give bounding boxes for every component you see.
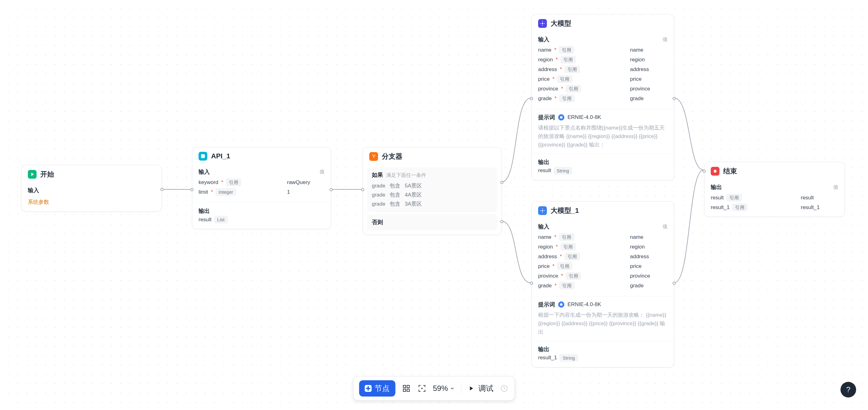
if-label: 如果: [372, 171, 383, 179]
param-row: province *引用province: [538, 271, 668, 281]
add-node-button[interactable]: 节点: [359, 380, 395, 397]
param-row: result_1引用result_1: [711, 203, 838, 212]
node-llm-2[interactable]: 大模型_1 输入 值 name *引用nameregion *引用regiona…: [532, 201, 674, 368]
debug-label: 调试: [478, 383, 493, 393]
section-value-label: 值: [282, 169, 324, 175]
svg-rect-0: [201, 154, 205, 158]
section-output-label: 输出: [198, 207, 324, 215]
port-in[interactable]: [703, 170, 706, 173]
zoom-value: 59%: [433, 384, 448, 393]
cond-val: 5A景区: [405, 182, 422, 189]
cond-val: 3A景区: [405, 200, 422, 207]
port-out[interactable]: [673, 282, 676, 285]
param-value: province: [630, 273, 668, 279]
port-out[interactable]: [673, 97, 676, 100]
debug-button[interactable]: 调试: [468, 383, 493, 393]
required-mark: *: [554, 47, 557, 53]
condition-row: grade包含4A景区: [372, 190, 493, 199]
section-input-label: 输入: [538, 223, 549, 230]
port-in[interactable]: [530, 97, 533, 100]
required-mark: *: [556, 57, 558, 63]
param-row: region *引用region: [538, 55, 668, 64]
port-in[interactable]: [530, 282, 533, 285]
node-api[interactable]: API_1 输入 值 keyword *引用rawQuerylimit *Int…: [192, 147, 331, 229]
system-param-link[interactable]: 系统参数: [22, 199, 162, 211]
param-name: limit: [198, 189, 208, 195]
api-icon: [198, 152, 207, 160]
param-name: price: [538, 263, 550, 269]
param-value: result_1: [801, 204, 838, 211]
fit-view-icon[interactable]: [417, 384, 427, 393]
port-out-else[interactable]: [500, 220, 503, 223]
section-input-label: 输入: [538, 36, 549, 43]
svg-rect-5: [407, 385, 410, 388]
required-mark: *: [221, 179, 223, 185]
param-type-tag: 引用: [564, 65, 580, 73]
param-name: province: [538, 86, 558, 92]
layout-grid-icon[interactable]: [401, 384, 411, 393]
node-end[interactable]: 结束 输出 值 result引用resultresult_1引用result_1: [704, 162, 845, 217]
param-row: name *引用name: [538, 232, 668, 242]
param-value: province: [630, 86, 668, 92]
cond-op: 包含: [390, 200, 400, 207]
if-condition-box: 如果 满足下面任一条件 grade包含5A景区grade包含4A景区grade包…: [367, 168, 497, 212]
history-icon[interactable]: [500, 384, 509, 393]
svg-point-8: [422, 388, 422, 389]
param-value: grade: [630, 283, 668, 289]
port-out[interactable]: [160, 188, 163, 191]
param-row: price *引用price: [538, 261, 668, 271]
param-type-tag: 引用: [559, 233, 575, 241]
param-row: grade *引用grade: [538, 281, 668, 290]
bottom-toolbar: 节点 59% 调试: [353, 376, 515, 401]
param-type-tag: 引用: [559, 46, 575, 54]
param-name: result: [198, 216, 212, 223]
llm-icon: [538, 206, 547, 215]
node-title: 分支器: [382, 152, 402, 161]
param-type-tag: 引用: [557, 75, 572, 83]
param-name: province: [538, 273, 558, 279]
param-name: name: [538, 47, 552, 53]
svg-rect-6: [403, 389, 406, 391]
node-title: 大模型: [551, 19, 571, 28]
param-name: region: [538, 57, 553, 63]
param-value: address: [630, 66, 668, 72]
required-mark: *: [554, 95, 557, 102]
play-icon: [468, 385, 475, 392]
param-row: limit *Integer1: [198, 187, 324, 197]
llm-icon: [538, 19, 547, 28]
required-mark: *: [560, 254, 562, 260]
node-llm-1[interactable]: 大模型 输入 值 name *引用nameregion *引用regionadd…: [532, 14, 674, 180]
model-icon: [558, 114, 564, 120]
svg-rect-7: [407, 389, 410, 391]
param-type-tag: 引用: [726, 194, 742, 202]
node-start[interactable]: 开始 输入 系统参数: [21, 165, 162, 211]
section-value-label: 值: [625, 224, 668, 230]
zoom-dropdown[interactable]: 59%: [433, 384, 455, 393]
param-value: name: [630, 234, 668, 240]
if-sub-label: 满足下面任一条件: [386, 172, 426, 179]
section-value-label: 值: [796, 184, 838, 191]
node-title: API_1: [211, 152, 230, 160]
section-output-label: 输出: [538, 158, 668, 166]
param-type-tag: 引用: [566, 85, 581, 93]
port-in[interactable]: [190, 188, 193, 191]
port-in[interactable]: [361, 188, 364, 191]
param-type-tag: 引用: [226, 178, 241, 186]
param-name: name: [538, 234, 552, 240]
required-mark: *: [554, 283, 557, 289]
cond-val: 4A景区: [405, 191, 422, 199]
chevron-down-icon: [450, 386, 455, 391]
help-button[interactable]: ?: [840, 382, 856, 398]
param-name: keyword: [198, 179, 218, 185]
section-input-label: 输入: [28, 186, 155, 194]
param-value: name: [630, 47, 668, 53]
cond-field: grade: [372, 192, 385, 198]
port-out-if[interactable]: [500, 181, 503, 184]
node-branch[interactable]: 分支器 如果 满足下面任一条件 grade包含5A景区grade包含4A景区gr…: [363, 147, 502, 235]
prompt-text: 请根据以下景点名称并围绕{{name}}生成一份为期五天的旅游攻略 {{name…: [538, 124, 668, 149]
model-name: ERNIE-4.0-8K: [567, 114, 601, 120]
port-out[interactable]: [330, 188, 333, 191]
node-title: 大模型_1: [551, 206, 579, 215]
param-row: resultList: [198, 215, 324, 225]
param-row: grade *引用grade: [538, 94, 668, 103]
